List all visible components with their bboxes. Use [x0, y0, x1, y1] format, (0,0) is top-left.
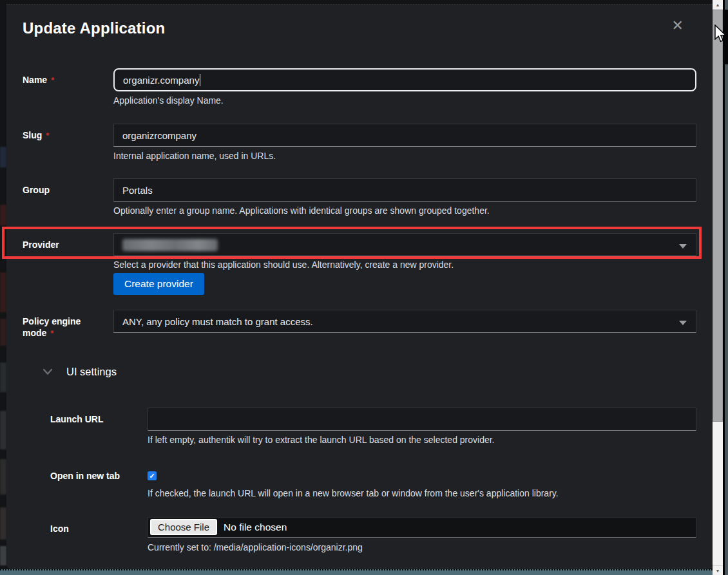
- open-in-new-tab-label: Open in new tab: [50, 471, 120, 481]
- provider-select[interactable]: [113, 233, 696, 256]
- open-in-new-tab-checkbox[interactable]: ✓: [148, 471, 157, 480]
- ui-settings-section-title: UI settings: [66, 366, 117, 378]
- close-icon[interactable]: ✕: [672, 19, 684, 32]
- provider-help-text: Select a provider that this application …: [113, 260, 696, 270]
- backdrop-blob: [0, 546, 6, 565]
- backdrop-blob: [0, 411, 6, 449]
- file-chosen-status: No file chosen: [224, 522, 287, 533]
- modal-title: Update Application: [16, 19, 165, 37]
- window-right-border: [723, 0, 725, 575]
- required-asterisk: *: [46, 131, 49, 140]
- slug-help-text: Internal application name, used in URLs.: [113, 151, 696, 161]
- checkmark-icon: ✓: [149, 473, 155, 480]
- slug-input-value: organizrcompany: [122, 130, 196, 141]
- dropdown-caret-icon: [679, 244, 687, 249]
- page: Update Application ✕ Name* organizr.comp…: [0, 0, 728, 575]
- update-application-modal: Update Application ✕ Name* organizr.comp…: [6, 4, 713, 569]
- window-corner-notch: [723, 10, 728, 64]
- modal-header: Update Application ✕: [16, 19, 696, 37]
- name-help-text: Application's display Name.: [113, 96, 696, 106]
- slug-input[interactable]: organizrcompany: [113, 124, 696, 147]
- icon-file-input[interactable]: Choose File No file chosen: [148, 517, 696, 538]
- chevron-down-icon: [43, 369, 52, 375]
- name-field-row: Name* organizr.company Application's dis…: [16, 68, 696, 106]
- provider-value-redacted: [122, 239, 218, 251]
- window-right-edge: [725, 0, 728, 575]
- page-bottom-strip: [0, 569, 713, 575]
- group-label: Group: [23, 185, 50, 195]
- icon-help-text: Currently set to: /media/application-ico…: [148, 543, 696, 552]
- backdrop-blob: [0, 459, 6, 495]
- group-input[interactable]: Portals: [113, 178, 696, 202]
- backdrop-blob: [0, 272, 6, 312]
- scrollbar-thumb[interactable]: [713, 10, 723, 422]
- group-input-value: Portals: [122, 185, 153, 196]
- icon-field-row: Icon Choose File No file chosen Currentl…: [50, 517, 696, 552]
- choose-file-button[interactable]: Choose File: [150, 519, 217, 535]
- open-in-new-tab-row: Open in new tab ✓ If checked, the launch…: [50, 464, 696, 498]
- scroll-up-button[interactable]: ▲: [713, 0, 723, 10]
- backdrop-blob: [0, 319, 6, 346]
- launch-url-field-row: Launch URL If left empty, authentik will…: [50, 408, 696, 445]
- policy-engine-mode-value: ANY, any policy must match to grant acce…: [122, 316, 313, 327]
- launch-url-label: Launch URL: [50, 414, 103, 424]
- group-help-text: Optionally enter a group name. Applicati…: [113, 206, 696, 216]
- backdrop-blob: [0, 147, 6, 167]
- policy-engine-mode-select[interactable]: ANY, any policy must match to grant acce…: [113, 310, 696, 333]
- provider-label: Provider: [23, 240, 59, 250]
- policy-engine-mode-row: Policy engine mode* ANY, any policy must…: [16, 310, 696, 339]
- provider-field-row: Provider Select a provider that this app…: [16, 233, 696, 295]
- scrollbar[interactable]: ▲ ▼: [713, 0, 723, 575]
- name-input[interactable]: organizr.company: [113, 68, 696, 91]
- required-asterisk: *: [51, 75, 54, 85]
- create-provider-button[interactable]: Create provider: [113, 273, 204, 295]
- slug-field-row: Slug* organizrcompany Internal applicati…: [16, 124, 696, 161]
- ui-settings-section-toggle[interactable]: UI settings: [16, 366, 696, 378]
- dropdown-caret-icon: [679, 321, 687, 325]
- open-in-new-tab-help-text: If checked, the launch URL will open in …: [148, 489, 696, 498]
- launch-url-input[interactable]: [148, 408, 696, 431]
- icon-label: Icon: [50, 523, 69, 534]
- launch-url-help-text: If left empty, authentik will try to ext…: [148, 435, 696, 445]
- name-input-value: organizr.company: [123, 75, 199, 86]
- backdrop-blob: [0, 363, 6, 392]
- group-field-row: Group Portals Optionally enter a group n…: [16, 178, 696, 216]
- required-asterisk: *: [50, 328, 53, 338]
- backdrop-blob: [0, 205, 6, 225]
- backdrop-blob: [0, 507, 6, 540]
- text-cursor: [200, 74, 200, 86]
- name-label: Name: [23, 75, 47, 85]
- scroll-down-button[interactable]: ▼: [713, 565, 723, 575]
- ui-settings-group: Launch URL If left empty, authentik will…: [16, 408, 696, 569]
- slug-label: Slug: [23, 130, 42, 140]
